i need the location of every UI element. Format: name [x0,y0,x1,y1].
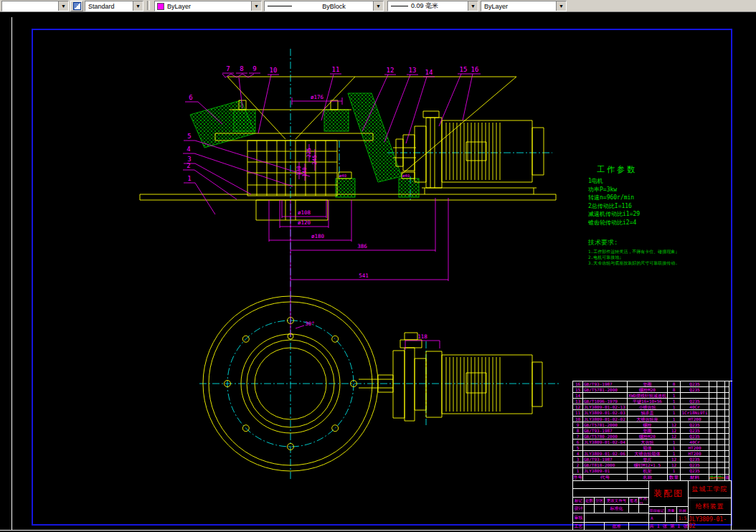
table-row: 16GB/T93-1987 垫圈8 Q235 [573,381,732,387]
svg-text:5: 5 [187,133,191,140]
toolbar: ▼ Standard ▼ ByLayer ▼ ByBlock ▼ 0.09 毫米… [0,0,756,12]
parts-list-rows: 16GB/T93-1987 垫圈8 Q235 15GB/T5781-2000 螺… [573,381,732,475]
svg-text:6: 6 [189,94,192,101]
table-row: 14 XWD摆线针轮减速机1 [573,393,732,399]
technical-requirements: 技术要求: 1.工作部件运转灵活，不得有卡住、碰撞现象; 2.电机可靠接地; 3… [588,238,678,266]
table-row: 1JLY3809-01 机架1 Q235 [573,468,732,474]
title-block: 标记 处数 分区 更改文件号 签名 年月日 设计 标准化 审核 工艺 批准 装配… [572,480,732,531]
svg-text:30°: 30° [305,320,315,327]
svg-text:ø108: ø108 [298,209,311,216]
text-style-manager-button[interactable] [70,1,83,11]
table-row: 3GB/T93-1987 垫片12 Q235 [573,457,732,462]
table-row: 6JLY3809-01-02-04 大齿轮1 40Cr [573,440,732,445]
table-row: 8GB/T93-1987 垫圈12 Q235 [573,428,732,434]
dropdown-arrow-icon[interactable]: ▼ [468,1,478,11]
technical-requirements-title: 技术要求: [588,238,678,247]
svg-text:118: 118 [417,333,427,340]
dropdown-arrow-icon[interactable]: ▼ [373,1,383,11]
dropdown-arrow-icon[interactable]: ▼ [251,1,261,11]
text-style-icon [73,2,81,10]
svg-text:10: 10 [270,67,278,74]
svg-text:386: 386 [357,243,367,250]
svg-text:11: 11 [332,66,340,73]
svg-text:140: 140 [301,167,308,177]
svg-text:ø176: ø176 [311,94,324,100]
device-name: 给料装置 [688,498,732,515]
sheet-count: 共 1 张 第 1 张 [648,522,689,531]
svg-text:2: 2 [186,162,190,169]
organization-name: 盐城工学院 [688,480,732,498]
svg-text:13: 13 [409,67,417,74]
table-row: 10JLY3809-01-02-02 大锥齿轮座1 HT200 [573,417,732,422]
svg-text:12: 12 [387,67,394,74]
svg-text:9: 9 [252,65,256,72]
label-approve: 批准 [604,522,629,531]
table-row: 15GB/T5781-2000 螺栓M208 Q235 [573,387,732,393]
working-parameters-title: 工作参数 [588,164,640,175]
svg-text:16: 16 [471,66,479,73]
linetype-combo[interactable]: ByBlock ▼ [264,1,384,11]
svg-text:245: 245 [311,155,318,165]
svg-text:4: 4 [186,146,190,153]
drawing-canvas[interactable]: 7 8 9 10 11 12 13 14 15 16 6 5 4 3 2 1 ø… [0,11,756,532]
drawing-name: 装配图 [648,480,689,507]
working-parameters: 工作参数 1电机 功率P=3kw 转速n=960r/min 2总传动比I=116… [588,164,640,227]
docked-combo[interactable]: ▼ [1,1,69,11]
svg-text:14: 14 [425,69,433,76]
text-style-combo[interactable]: Standard ▼ [85,1,143,11]
section-view-geometry [140,77,556,220]
dropdown-arrow-icon[interactable]: ▼ [58,1,68,11]
table-row: 12JLY3809-01-02-13 小锥齿轮1 40Cr [573,404,732,410]
table-row: 5 箱体1 HT200 [573,445,732,451]
svg-text:8: 8 [240,65,243,72]
svg-text:ø40: ø40 [339,174,346,178]
label-check: 审核 [572,513,585,523]
lineweight-combo[interactable]: 0.09 毫米 ▼ [387,1,478,11]
table-row: 9GB/T5781-2000 螺栓12 Q235 [573,422,732,428]
linetype-sample-icon [268,6,292,6]
dropdown-arrow-icon[interactable]: ▼ [133,1,143,11]
dropdown-arrow-icon[interactable]: ▼ [556,1,566,11]
svg-text:ø40: ø40 [402,174,410,178]
plotstyle-combo[interactable]: ByLayer ▼ [481,1,567,11]
svg-text:541: 541 [359,272,369,279]
color-combo[interactable]: ByLayer ▼ [154,1,262,11]
color-swatch-icon [157,3,164,10]
section-hatching [190,93,419,197]
table-row: 4JLY3809-01-02-06 大锥齿轮箱体1 HT200 [573,451,732,457]
label-process: 工艺 [572,522,585,531]
svg-text:7: 7 [226,65,230,72]
svg-text:ø180: ø180 [311,233,325,239]
svg-text:1: 1 [187,175,191,182]
table-row: 7GB/T5780-2000 螺栓M2012 Q235 [573,434,732,440]
lineweight-sample-icon [391,6,408,6]
svg-text:ø120: ø120 [298,219,311,226]
toolbar-separator [147,1,150,10]
parts-list-table: 16GB/T93-1987 垫圈8 Q235 15GB/T5781-2000 螺… [572,381,732,481]
drawing-number: JLY3809-01-02 [688,514,732,531]
table-row: 11JLY3809-01-02-03 轴承盖1 1Cr18Ni9Ti [573,410,732,416]
svg-text:15: 15 [460,66,468,73]
table-row: 2GB/T818-2000 螺钉M12×1.512 Q235 [573,462,732,468]
table-row: 13GB/T1096-1979 平键16×10×561 Q235 [573,399,732,404]
